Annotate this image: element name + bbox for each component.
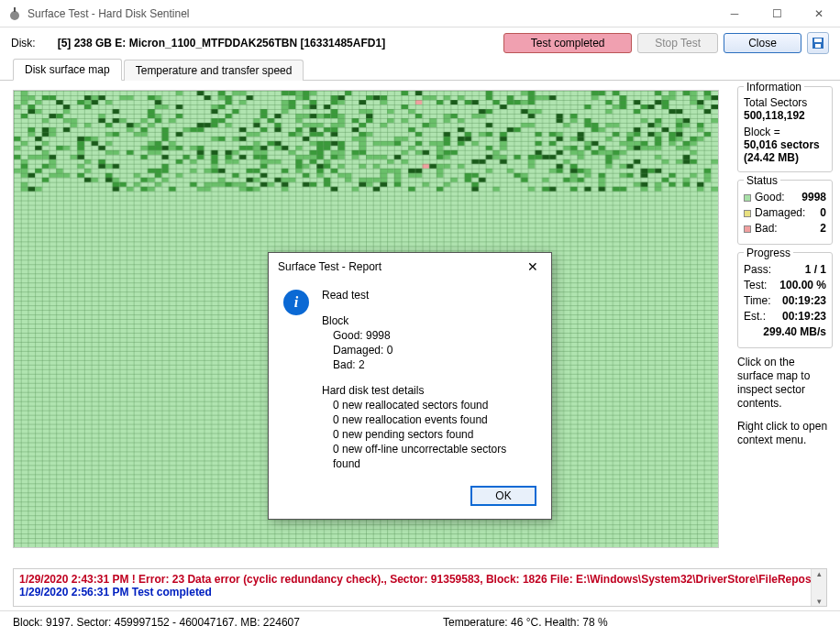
good-count: 9998 — [801, 190, 826, 205]
maximize-button[interactable]: ☐ — [756, 0, 798, 27]
save-icon-button[interactable] — [807, 32, 829, 54]
svg-rect-1 — [14, 7, 16, 12]
bad-label: Bad: — [755, 222, 778, 235]
dialog-title: Surface Test - Report — [278, 260, 524, 273]
total-sectors-label: Total Sectors — [744, 96, 826, 109]
close-window-button[interactable]: ✕ — [798, 0, 840, 27]
tab-temperature[interactable]: Temperature and transfer speed — [124, 60, 304, 81]
dialog-close-button[interactable]: ✕ — [524, 258, 542, 276]
log-completed: 1/29/2020 2:56:31 PM Test completed — [19, 586, 821, 599]
test-completed-badge: Test completed — [503, 33, 632, 53]
close-button[interactable]: Close — [724, 33, 801, 53]
status-box: Status Good:9998 Damaged:0 Bad:2 — [737, 180, 833, 245]
svg-rect-4 — [815, 44, 821, 48]
disk-label: Disk: — [11, 37, 36, 49]
info-icon: i — [283, 290, 309, 315]
est-label: Est.: — [744, 309, 766, 324]
report-dialog: Surface Test - Report ✕ i Read test Bloc… — [268, 252, 552, 520]
block-label: Block = — [744, 126, 826, 138]
bad-count: 2 — [820, 221, 826, 236]
log-panel: 1/29/2020 2:43:31 PM ! Error: 23 Data er… — [13, 568, 827, 607]
progress-box: Progress Pass:1 / 1 Test:100.00 % Time:0… — [737, 252, 833, 348]
window-title: Surface Test - Hard Disk Sentinel — [28, 7, 713, 20]
minimize-button[interactable]: ─ — [713, 0, 756, 27]
svg-rect-3 — [814, 38, 822, 42]
app-icon — [7, 6, 22, 21]
dialog-text: Read test Block Good: 9998 Damaged: 0 Ba… — [322, 288, 536, 471]
tabs: Disk surface map Temperature and transfe… — [0, 59, 840, 81]
damaged-label: Damaged: — [755, 206, 805, 219]
block-sectors: 50,016 sectors — [744, 138, 826, 151]
svg-point-0 — [10, 11, 19, 20]
good-label: Good: — [755, 191, 785, 203]
test-label: Test: — [744, 278, 767, 293]
floppy-icon — [812, 37, 824, 49]
time-label: Time: — [744, 293, 771, 309]
block-mb: (24.42 MB) — [744, 151, 826, 164]
disk-name: [5] 238 GB E: Micron_1100_MTFDDAK256TBN … — [58, 37, 499, 49]
toolbar: Disk: [5] 238 GB E: Micron_1100_MTFDDAK2… — [0, 27, 840, 59]
stop-test-button: Stop Test — [637, 33, 718, 53]
est-value: 00:19:23 — [782, 309, 826, 324]
ok-button[interactable]: OK — [470, 486, 536, 506]
time-value: 00:19:23 — [782, 293, 826, 309]
tab-surface-map[interactable]: Disk surface map — [13, 59, 122, 81]
status-right: Temperature: 46 °C, Health: 78 % — [397, 616, 827, 627]
damaged-count: 0 — [820, 205, 826, 221]
info-box: Information Total Sectors 500,118,192 Bl… — [737, 86, 833, 172]
speed-value: 299.40 MB/s — [763, 324, 826, 340]
help-text-2: Right click to open context menu. — [737, 420, 833, 447]
statusbar: Block: 9197, Sector: 459997152 - 4600471… — [0, 610, 840, 626]
titlebar: Surface Test - Hard Disk Sentinel ─ ☐ ✕ — [0, 0, 840, 27]
pass-label: Pass: — [744, 262, 771, 278]
total-sectors: 500,118,192 — [744, 109, 826, 122]
pass-value: 1 / 1 — [805, 262, 826, 278]
status-left: Block: 9197, Sector: 459997152 - 4600471… — [13, 616, 397, 627]
test-value: 100.00 % — [779, 278, 826, 293]
log-scrollbar[interactable]: ▴▾ — [811, 569, 826, 606]
help-text-1: Click on the surface map to inspect sect… — [737, 356, 833, 411]
log-error: 1/29/2020 2:43:31 PM ! Error: 23 Data er… — [19, 573, 821, 586]
sidebar: Information Total Sectors 500,118,192 Bl… — [730, 81, 840, 566]
